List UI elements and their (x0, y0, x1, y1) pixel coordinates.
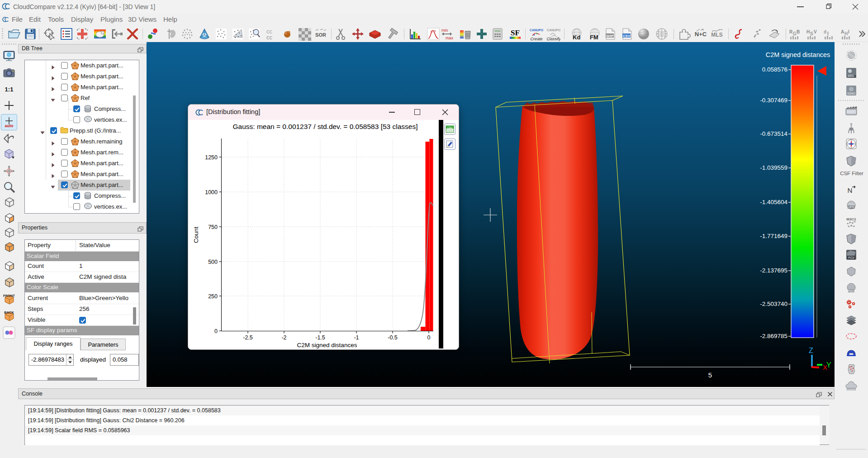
svg-text:C2M signed distances: C2M signed distances (297, 342, 357, 348)
svg-text:-2.869785: -2.869785 (760, 333, 787, 339)
svg-text:S: S (810, 31, 813, 36)
svg-text:FRONT: FRONT (3, 294, 15, 298)
svg-text:Count: Count (193, 227, 199, 243)
svg-text:Y: Y (826, 361, 831, 369)
svg-text:Z: Z (809, 347, 813, 354)
svg-text:N+C: N+C (695, 31, 707, 38)
svg-text:SHP: SHP (606, 34, 614, 38)
svg-text:CSV: CSV (447, 126, 453, 129)
svg-text:750: 750 (208, 224, 218, 230)
svg-text:Kd: Kd (573, 34, 580, 41)
svg-text:Create: Create (530, 37, 542, 41)
svg-text:Classify: Classify (547, 37, 560, 41)
svg-text:N: N (848, 186, 853, 194)
svg-text:H: H (844, 31, 848, 36)
svg-text:CSV: CSV (623, 34, 631, 38)
svg-text:-0.673514: -0.673514 (760, 130, 787, 137)
svg-text:CC: CC (266, 29, 273, 35)
svg-text:CC: CC (266, 35, 273, 41)
svg-text:-2: -2 (281, 334, 286, 341)
svg-text:SF: SF (511, 29, 520, 37)
svg-text:μ,σ: μ,σ (431, 29, 436, 33)
svg-text:R&D: R&D (848, 289, 854, 292)
svg-text:-0.307469: -0.307469 (760, 97, 787, 104)
svg-text:C2M signed distances: C2M signed distances (766, 51, 830, 58)
svg-text:5: 5 (708, 371, 712, 379)
svg-text:0: 0 (214, 328, 218, 334)
svg-text:FM: FM (590, 34, 598, 41)
svg-text:-2.5: -2.5 (243, 334, 253, 341)
svg-text:d: d (824, 29, 826, 34)
svg-text:MMMM: MMMM (847, 388, 856, 391)
svg-text:CANUPO: CANUPO (547, 29, 560, 32)
svg-text:SSAO: SSAO (847, 92, 855, 95)
svg-text:-0.5: -0.5 (388, 334, 398, 341)
svg-text:I: I (827, 31, 829, 36)
svg-text:Gauss: mean = 0.001237 / std.d: Gauss: mean = 0.001237 / std.dev. = 0.05… (232, 123, 417, 130)
svg-text:l: l (848, 29, 849, 34)
svg-text:PCV: PCV (848, 256, 854, 259)
svg-text:-1.405604: -1.405604 (760, 199, 787, 205)
svg-text:R: R (789, 29, 793, 34)
svg-text:1:1: 1:1 (5, 86, 14, 93)
svg-text:V: V (814, 29, 817, 34)
svg-text:BACK: BACK (4, 310, 14, 315)
svg-text:0: 0 (427, 334, 431, 341)
svg-text:EDL: EDL (848, 74, 854, 77)
svg-text:-1.5: -1.5 (315, 334, 325, 341)
svg-text:M3C2: M3C2 (846, 217, 856, 221)
svg-text:A: A (841, 29, 844, 34)
svg-text:SOR: SOR (315, 32, 326, 38)
svg-text:auto: auto (5, 124, 14, 128)
svg-text:G: G (793, 31, 797, 36)
svg-text:MLS: MLS (711, 32, 722, 38)
svg-text:-2.503740: -2.503740 (760, 301, 787, 307)
svg-text:-1.771649: -1.771649 (760, 233, 787, 239)
svg-text:B: B (797, 29, 800, 34)
svg-text:0.058576: 0.058576 (762, 66, 787, 73)
svg-text:500: 500 (208, 259, 218, 265)
svg-text:250: 250 (208, 293, 218, 300)
svg-text:-2.137695: -2.137695 (760, 267, 787, 274)
svg-text:min: min (441, 28, 448, 33)
svg-text:1250: 1250 (205, 154, 218, 161)
svg-text:-1.039559: -1.039559 (760, 164, 787, 171)
svg-text:CANUPO: CANUPO (530, 29, 543, 32)
svg-text:-1: -1 (354, 334, 359, 341)
svg-text:H: H (806, 29, 810, 34)
svg-text:1000: 1000 (205, 189, 218, 196)
svg-text:max: max (446, 36, 453, 40)
svg-text:HPR: HPR (848, 205, 854, 209)
